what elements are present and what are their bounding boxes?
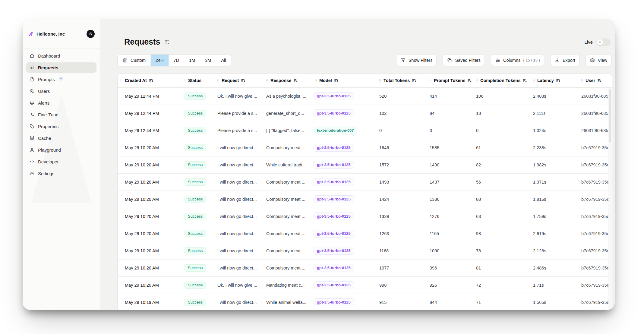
sidebar-item-dashboard[interactable]: Dashboard <box>26 51 96 61</box>
table-row[interactable]: May 29 10:20 AMSuccessI will now go dire… <box>118 242 612 260</box>
sort-icon[interactable] <box>597 78 602 83</box>
cell-created-at: May 29 10:20 AM <box>118 248 182 253</box>
model-badge: gpt-3.5-turbo-0125 <box>314 264 354 272</box>
sort-icon[interactable] <box>412 78 416 83</box>
sliders-icon <box>495 58 500 63</box>
sidebar-item-label: Dashboard <box>38 53 60 58</box>
toggle-knob-asterisk-icon <box>597 39 603 45</box>
time-range-label: 7D <box>174 58 179 63</box>
table-row[interactable]: May 29 10:20 AMSuccessOk, I will now giv… <box>118 277 612 294</box>
export-button[interactable]: Export <box>550 55 579 66</box>
live-toggle[interactable] <box>596 39 611 46</box>
drag-handle-icon[interactable] <box>266 78 268 83</box>
cell-prompt-tokens: 1336 <box>428 197 474 202</box>
columns-button[interactable]: Columns( 15 / 15 ) <box>491 55 544 66</box>
drag-handle-icon[interactable] <box>379 78 381 83</box>
column-header-request[interactable]: Request <box>215 78 264 83</box>
table-row[interactable]: May 29 12:44 PMSuccessPlease provide a s… <box>118 122 612 139</box>
refresh-icon[interactable] <box>165 39 170 45</box>
drag-handle-icon[interactable] <box>183 78 186 83</box>
sidebar-item-users[interactable]: Users <box>26 86 96 96</box>
cell-prompt-tokens: 1585 <box>428 145 474 150</box>
column-header-user[interactable]: User <box>579 78 612 83</box>
drag-handle-icon[interactable] <box>314 78 317 83</box>
home-icon <box>29 53 35 58</box>
table-row[interactable]: May 29 10:20 AMSuccessI will now go dire… <box>118 174 612 191</box>
drag-handle-icon[interactable] <box>120 78 123 83</box>
column-header-response[interactable]: Response <box>264 78 313 83</box>
column-header-status[interactable]: Status <box>182 78 215 83</box>
cell-completion-tokens: 63 <box>474 214 531 219</box>
table-row[interactable]: May 29 10:20 AMSuccessI will now go dire… <box>118 139 612 156</box>
sort-icon[interactable] <box>241 78 245 83</box>
model-badge: gpt-3.5-turbo-0125 <box>314 109 354 117</box>
sort-icon[interactable] <box>522 78 527 83</box>
view-button[interactable]: View <box>586 55 611 66</box>
column-header-latency[interactable]: Latency <box>531 78 579 83</box>
table-row[interactable]: May 29 10:20 AMSuccessI will now go dire… <box>118 260 612 277</box>
table-row[interactable]: May 29 10:20 AMSuccessI will now go dire… <box>118 156 612 174</box>
table-scrollbar[interactable] <box>608 88 612 310</box>
cell-user: b7c67919-35c1 <box>579 248 612 253</box>
sidebar-item-fine-tune[interactable]: Fine-Tune <box>26 109 96 120</box>
column-header-completion-tokens[interactable]: Completion Tokens <box>474 78 531 83</box>
sort-icon[interactable] <box>293 78 298 83</box>
time-range-1m[interactable]: 1M <box>184 55 200 66</box>
sidebar-item-requests[interactable]: Requests <box>26 62 96 73</box>
sidebar-item-settings[interactable]: Settings <box>26 168 96 178</box>
sort-icon[interactable] <box>149 78 153 83</box>
sidebar-item-cache[interactable]: Cache <box>26 133 96 143</box>
avatar[interactable]: S <box>87 30 95 38</box>
column-label: Created At <box>125 78 147 83</box>
button-label: Show Filters <box>409 58 433 63</box>
table-row[interactable]: May 29 10:20 AMSuccessI will now go dire… <box>118 191 612 208</box>
sort-icon[interactable] <box>334 78 339 83</box>
drag-handle-icon[interactable] <box>475 78 478 83</box>
cell-user: b7c67919-35c1 <box>579 214 612 219</box>
table-row[interactable]: May 29 10:19 AMSuccessI will now go dire… <box>118 294 612 310</box>
sidebar-item-properties[interactable]: Properties <box>26 121 96 131</box>
drag-handle-icon[interactable] <box>429 78 432 83</box>
model-badge: gpt-3.5-turbo-0125 <box>314 92 354 100</box>
org-switcher[interactable]: Helicone, Inc S <box>23 19 100 49</box>
cell-user: b7c67919-35c1 <box>579 231 612 236</box>
sidebar-item-developer[interactable]: Developer <box>26 156 96 167</box>
time-range-custom[interactable]: Custom <box>118 55 150 66</box>
saved-filters-button[interactable]: Saved Filters <box>443 55 485 66</box>
cell-latency: 1.024s <box>531 128 579 133</box>
cell-total-tokens: 1339 <box>377 214 428 219</box>
drag-handle-icon[interactable] <box>217 78 219 83</box>
column-header-created-at[interactable]: Created At <box>118 78 182 83</box>
time-range-7d[interactable]: 7D <box>169 55 184 66</box>
show-filters-button[interactable]: Show Filters <box>396 55 437 66</box>
drag-handle-icon[interactable] <box>581 78 583 83</box>
table-row[interactable]: May 29 12:44 PMSuccessPlease provide a s… <box>118 105 612 122</box>
time-range-all[interactable]: All <box>216 55 231 66</box>
table-row[interactable]: May 29 10:20 AMSuccessI will now go dire… <box>118 225 612 242</box>
column-header-model[interactable]: Model <box>313 78 377 83</box>
cell-model: gpt-3.5-turbo-0125 <box>313 247 377 255</box>
cell-user: b7c67919-35c1 <box>579 300 612 305</box>
page-title: Requests <box>124 37 160 47</box>
table-row[interactable]: May 29 10:20 AMSuccessI will now go dire… <box>118 208 612 225</box>
time-range-24h[interactable]: 24H <box>150 55 169 66</box>
sidebar-item-label: Prompts <box>38 77 55 82</box>
table-row[interactable]: May 29 12:44 PMSuccessOk, I will now giv… <box>118 88 612 105</box>
sidebar-item-prompts[interactable]: Prompts <box>26 74 96 84</box>
sidebar-item-playground[interactable]: Playground <box>26 145 96 155</box>
cell-total-tokens: 1424 <box>377 197 428 202</box>
scrollbar-thumb[interactable] <box>609 89 611 142</box>
cell-response: Compulsory meat ... <box>264 214 313 219</box>
column-header-total-tokens[interactable]: Total Tokens <box>377 78 428 83</box>
sidebar-item-alerts[interactable]: Alerts <box>26 98 96 108</box>
column-header-prompt-tokens[interactable]: Prompt Tokens <box>428 78 474 83</box>
model-badge: gpt-3.5-turbo-0125 <box>314 213 354 220</box>
app-card: Helicone, Inc S DashboardRequestsPrompts… <box>23 19 615 310</box>
time-range-3m[interactable]: 3M <box>200 55 216 66</box>
drag-handle-icon[interactable] <box>532 78 535 83</box>
cell-created-at: May 29 10:20 AM <box>118 214 182 219</box>
cell-created-at: May 29 10:20 AM <box>118 266 182 270</box>
time-range-label: 1M <box>189 58 195 63</box>
sort-icon[interactable] <box>467 78 472 83</box>
sort-icon[interactable] <box>556 78 560 83</box>
